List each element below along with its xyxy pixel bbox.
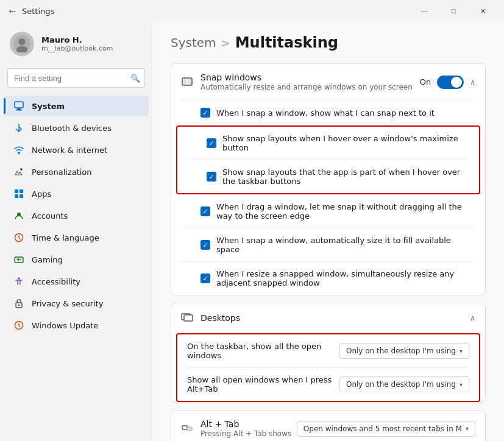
- sidebar-item-accessibility[interactable]: Accessibility: [4, 271, 149, 292]
- dropdown-arrow-1: ▾: [460, 348, 463, 355]
- desktops-chevron: ∧: [470, 314, 475, 322]
- close-button[interactable]: ✕: [469, 2, 497, 19]
- snap-checkbox-6[interactable]: ✓: [201, 273, 210, 283]
- avatar: [10, 32, 34, 56]
- snap-label-1: When I snap a window, show what I can sn…: [216, 108, 435, 118]
- window-title: Settings: [22, 7, 54, 16]
- svg-point-1: [18, 38, 25, 45]
- snap-checkbox-1[interactable]: ✓: [201, 108, 210, 118]
- update-icon: [13, 320, 24, 331]
- sidebar-item-apps[interactable]: Apps: [4, 183, 149, 204]
- dropdown-arrow-2: ▾: [460, 381, 463, 388]
- desktop-dropdown-2[interactable]: Only on the desktop I'm using ▾: [339, 376, 469, 392]
- snap-label-4: When I drag a window, let me snap it wit…: [216, 202, 475, 220]
- snap-label-3: Show snap layouts that the app is part o…: [222, 168, 469, 186]
- sidebar-item-privacy[interactable]: Privacy & security: [4, 293, 149, 314]
- desktops-highlight-group: On the taskbar, show all the open window…: [176, 333, 480, 402]
- desktop-dropdown-1-value: Only on the desktop I'm using: [346, 347, 456, 355]
- accessibility-icon: [13, 276, 24, 287]
- svg-point-7: [20, 168, 23, 171]
- back-button[interactable]: ←: [7, 6, 17, 16]
- user-info: Mauro H. m__lab@outlook.com: [41, 35, 113, 52]
- search-input[interactable]: [7, 68, 145, 88]
- sidebar-item-gaming[interactable]: Gaming: [4, 249, 149, 270]
- sidebar-item-label-accounts: Accounts: [32, 211, 68, 220]
- sidebar-item-update[interactable]: Windows Update: [4, 315, 149, 336]
- desktop-setting-2[interactable]: Show all open windows when I press Alt+T…: [177, 368, 479, 401]
- desktop-dropdown-2-value: Only on the desktop I'm using: [346, 380, 456, 389]
- sidebar-item-accounts[interactable]: Accounts: [4, 205, 149, 226]
- svg-rect-10: [15, 194, 18, 198]
- sidebar-item-label-accessibility: Accessibility: [32, 277, 80, 286]
- apps-icon: [13, 188, 24, 199]
- user-email: m__lab@outlook.com: [41, 44, 113, 52]
- snap-setting-4[interactable]: ✓ When I drag a window, let me snap it w…: [171, 195, 485, 228]
- svg-rect-23: [188, 82, 191, 85]
- svg-rect-8: [15, 189, 18, 193]
- snap-highlight-group: ✓ Show snap layouts when I hover over a …: [176, 125, 480, 194]
- alt-tab-dropdown-value: Open windows and 5 most recent tabs in M: [303, 425, 462, 433]
- sidebar-item-personalization[interactable]: Personalization: [4, 161, 149, 182]
- sidebar-item-bluetooth[interactable]: Bluetooth & devices: [4, 118, 149, 138]
- desktops-title: Desktops: [201, 313, 240, 323]
- svg-rect-9: [20, 189, 23, 193]
- alt-tab-header[interactable]: Alt + Tab Pressing Alt + Tab shows Open …: [171, 411, 485, 441]
- title-bar: ← Settings — □ ✕: [0, 0, 504, 22]
- svg-point-6: [18, 152, 20, 154]
- breadcrumb: System: [171, 35, 216, 50]
- snap-checkbox-2[interactable]: ✓: [207, 138, 216, 148]
- desktop-label-2: Show all open windows when I press Alt+T…: [187, 375, 339, 393]
- search-box: 🔍: [7, 68, 145, 88]
- svg-point-15: [20, 259, 21, 260]
- snap-windows-header[interactable]: Snap windows Automatically resize and ar…: [171, 64, 485, 100]
- snap-setting-6[interactable]: ✓ When I resize a snapped window, simult…: [171, 262, 485, 295]
- content-area: System > Multitasking Snap windows Autom…: [152, 22, 504, 441]
- snap-windows-toggle[interactable]: [437, 76, 464, 89]
- maximize-button[interactable]: □: [439, 2, 467, 19]
- snap-setting-1[interactable]: ✓ When I snap a window, show what I can …: [171, 101, 485, 125]
- snap-windows-status: On: [420, 77, 431, 86]
- svg-rect-22: [188, 79, 191, 82]
- window-controls: — □ ✕: [410, 2, 497, 19]
- gaming-icon: [13, 254, 24, 265]
- svg-rect-4: [17, 108, 21, 110]
- snap-setting-3[interactable]: ✓ Show snap layouts that the app is part…: [177, 160, 479, 193]
- snap-setting-5[interactable]: ✓ When I snap a window, automatically si…: [171, 228, 485, 261]
- svg-rect-25: [184, 315, 193, 321]
- network-icon: [13, 144, 24, 155]
- sidebar: Mauro H. m__lab@outlook.com 🔍 System Blu…: [0, 22, 152, 441]
- svg-rect-27: [187, 427, 192, 431]
- desktops-header[interactable]: Desktops ∧: [171, 303, 485, 333]
- snap-label-6: When I resize a snapped window, simultan…: [216, 269, 475, 288]
- snap-checkbox-3[interactable]: ✓: [207, 172, 216, 182]
- svg-rect-3: [15, 102, 23, 108]
- accounts-icon: [13, 210, 24, 221]
- alt-tab-title: Alt + Tab: [201, 419, 291, 429]
- sidebar-item-label-time: Time & language: [32, 233, 99, 242]
- personalization-icon: [13, 166, 24, 177]
- desktop-label-1: On the taskbar, show all the open window…: [187, 342, 339, 360]
- desktops-icon: [181, 312, 193, 324]
- sidebar-item-label-apps: Apps: [32, 189, 51, 199]
- snap-checkbox-4[interactable]: ✓: [201, 206, 210, 216]
- user-name: Mauro H.: [41, 35, 113, 44]
- desktop-dropdown-1[interactable]: Only on the desktop I'm using ▾: [339, 343, 469, 359]
- privacy-icon: [13, 298, 24, 309]
- snap-checkbox-5[interactable]: ✓: [201, 240, 210, 250]
- alt-tab-dropdown[interactable]: Open windows and 5 most recent tabs in M…: [297, 421, 475, 437]
- search-icon: 🔍: [130, 74, 140, 83]
- snap-label-2: Show snap layouts when I hover over a wi…: [222, 134, 469, 152]
- sidebar-item-network[interactable]: Network & internet: [4, 139, 149, 160]
- minimize-button[interactable]: —: [410, 2, 438, 19]
- desktops-section: Desktops ∧ On the taskbar, show all the …: [171, 303, 486, 403]
- sidebar-item-label-gaming: Gaming: [32, 255, 63, 264]
- svg-rect-11: [20, 194, 23, 198]
- snap-windows-section: Snap windows Automatically resize and ar…: [171, 63, 486, 295]
- sidebar-item-system[interactable]: System: [4, 96, 149, 116]
- sidebar-item-time[interactable]: Time & language: [4, 227, 149, 248]
- svg-rect-21: [183, 79, 187, 85]
- sidebar-item-label-personalization: Personalization: [32, 168, 92, 177]
- snap-windows-title: Snap windows: [201, 72, 413, 82]
- snap-setting-2[interactable]: ✓ Show snap layouts when I hover over a …: [177, 127, 479, 160]
- desktop-setting-1[interactable]: On the taskbar, show all the open window…: [177, 334, 479, 367]
